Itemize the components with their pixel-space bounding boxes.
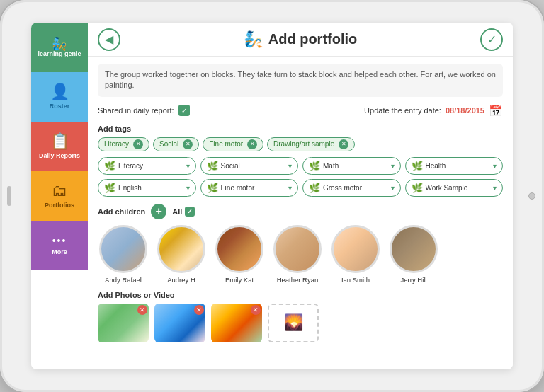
back-icon: ◀ (105, 33, 113, 46)
sidebar-item-roster[interactable]: 👤 Roster (31, 72, 88, 122)
entry-date-value: 08/18/2015 (446, 106, 484, 115)
sidebar-label-portfolios: Portfolios (45, 202, 74, 209)
dropdown-label-group: 🌿 Literacy (104, 161, 143, 171)
child-name-child-jerry: Jerry Hill (401, 276, 427, 284)
sidebar: 🧞 learning genie 👤 Roster 📋 Daily Report… (31, 23, 88, 369)
dropdown-label-group: 🌿 Work Sample (412, 183, 468, 193)
add-children-label: Add children (98, 207, 145, 216)
dropdown-dd-work-sample[interactable]: 🌿 Work Sample ▾ (405, 179, 504, 197)
shared-checkbox[interactable]: ✓ (178, 105, 190, 116)
dropdown-dd-literacy[interactable]: 🌿 Literacy ▾ (98, 157, 196, 175)
tag-label: Social (159, 140, 178, 148)
dropdown-dd-math[interactable]: 🌿 Math ▾ (302, 157, 401, 175)
description-text: The group worked together on blocks. The… (98, 64, 503, 97)
child-name-child-audrey: Audrey H (167, 276, 196, 284)
photo-add-placeholder[interactable]: 🌄 (268, 304, 319, 342)
tags-label: Add tags (98, 125, 503, 133)
portfolio-icon: 🧞 (244, 30, 263, 49)
child-item-child-heather[interactable]: Heather Ryan (272, 225, 323, 284)
tablet-home-button[interactable] (528, 192, 536, 200)
dropdown-label-group: 🌿 Math (309, 161, 339, 171)
child-avatar-child-ian (332, 225, 380, 273)
tag-chip-tag-drawing: Drawing/art sample✕ (267, 137, 355, 151)
dropdown-label: Literacy (118, 162, 143, 170)
options-row: Shared in daily report: ✓ Update the ent… (98, 104, 503, 117)
dropdown-label: Fine motor (221, 184, 255, 192)
add-child-button[interactable]: + (151, 204, 166, 219)
screen: 🧞 learning genie 👤 Roster 📋 Daily Report… (31, 23, 513, 369)
tag-chip-tag-social: Social✕ (153, 137, 199, 151)
tag-remove-tag-drawing[interactable]: ✕ (339, 139, 348, 149)
child-item-child-ian[interactable]: Ian Smith (330, 225, 381, 284)
daily-reports-icon: 📋 (50, 134, 69, 149)
page-title: 🧞 Add portfolio (244, 30, 358, 49)
chevron-down-icon: ▾ (288, 162, 292, 170)
dropdown-label: Social (221, 162, 240, 170)
children-row: Andy Rafael Audrey H Emily Kat Heather R… (98, 225, 503, 284)
logo-icon: 🧞 (52, 38, 67, 50)
sidebar-label-roster: Roster (50, 103, 70, 110)
dropdown-dd-health[interactable]: 🌿 Health ▾ (405, 157, 504, 175)
photos-row: ✕✕✕🌄 (98, 304, 503, 342)
tag-remove-tag-literacy[interactable]: ✕ (133, 139, 143, 149)
calendar-icon[interactable]: 📅 (489, 104, 503, 117)
tag-label: Drawing/art sample (273, 140, 334, 148)
child-item-child-emily[interactable]: Emily Kat (214, 225, 265, 284)
main-content: ◀ 🧞 Add portfolio ✓ The group worked tog… (88, 23, 513, 369)
sidebar-item-daily-reports[interactable]: 📋 Daily Reports (31, 122, 88, 171)
logo-text: learning genie (38, 50, 81, 58)
leaf-icon: 🌿 (207, 183, 218, 193)
photo-remove-photo-1[interactable]: ✕ (137, 305, 147, 315)
sidebar-item-portfolios[interactable]: 🗂 Portfolios (31, 171, 88, 221)
dropdown-dd-fine-motor[interactable]: 🌿 Fine motor ▾ (200, 179, 299, 197)
all-badge: All ✓ (172, 207, 195, 217)
dropdown-label-group: 🌿 English (104, 183, 142, 193)
chevron-down-icon: ▾ (186, 162, 190, 170)
leaf-icon: 🌿 (104, 161, 115, 171)
photo-thumb-photo-3: ✕ (211, 304, 262, 342)
shared-label-text: Shared in daily report: (98, 106, 174, 115)
add-children-header: Add children + All ✓ (98, 204, 503, 219)
tag-chip-tag-literacy: Literacy✕ (98, 137, 149, 151)
more-icon: ••• (52, 236, 67, 246)
chevron-down-icon: ▾ (391, 184, 395, 192)
back-button[interactable]: ◀ (98, 28, 120, 51)
dropdown-dd-english[interactable]: 🌿 English ▾ (98, 179, 196, 197)
child-name-child-emily: Emily Kat (225, 276, 254, 284)
photo-thumb-photo-2: ✕ (154, 304, 205, 342)
chevron-down-icon: ▾ (288, 184, 292, 192)
child-item-child-audrey[interactable]: Audrey H (156, 225, 207, 284)
leaf-icon: 🌿 (412, 183, 423, 193)
tag-remove-tag-social[interactable]: ✕ (183, 139, 193, 149)
child-name-child-ian: Ian Smith (341, 276, 370, 284)
photo-remove-photo-3[interactable]: ✕ (251, 305, 261, 315)
all-label: All (172, 207, 182, 216)
tablet-frame: 🧞 learning genie 👤 Roster 📋 Daily Report… (0, 0, 544, 392)
child-name-child-andy: Andy Rafael (105, 276, 142, 284)
check-symbol: ✓ (181, 107, 187, 115)
child-item-child-andy[interactable]: Andy Rafael (98, 225, 149, 284)
entry-date-label: Update the entry date: (364, 106, 441, 115)
check-icon: ✓ (487, 33, 497, 46)
tag-remove-tag-fine-motor[interactable]: ✕ (247, 139, 257, 149)
child-avatar-child-andy (99, 225, 147, 273)
dropdowns-grid: 🌿 Literacy ▾ 🌿 Social ▾ 🌿 Math ▾ 🌿 Healt… (98, 157, 503, 197)
child-avatar-child-audrey (157, 225, 205, 273)
photo-thumb-photo-1: ✕ (98, 304, 149, 342)
sidebar-item-more[interactable]: ••• More (31, 221, 88, 270)
leaf-icon: 🌿 (412, 161, 423, 171)
chevron-down-icon: ▾ (493, 162, 497, 170)
chevron-down-icon: ▾ (391, 162, 395, 170)
body: The group worked together on blocks. The… (88, 57, 513, 369)
tablet-side-button (7, 186, 11, 206)
tag-label: Fine motor (209, 140, 243, 148)
photo-remove-photo-2[interactable]: ✕ (194, 305, 204, 315)
header: ◀ 🧞 Add portfolio ✓ (88, 23, 513, 57)
confirm-button[interactable]: ✓ (480, 28, 503, 51)
all-checkbox[interactable]: ✓ (185, 207, 195, 217)
child-item-child-jerry[interactable]: Jerry Hill (388, 225, 439, 284)
add-photo-icon: 🌄 (284, 313, 303, 332)
tag-label: Literacy (104, 140, 129, 148)
dropdown-dd-social[interactable]: 🌿 Social ▾ (200, 157, 299, 175)
dropdown-dd-gross-motor[interactable]: 🌿 Gross motor ▾ (302, 179, 401, 197)
